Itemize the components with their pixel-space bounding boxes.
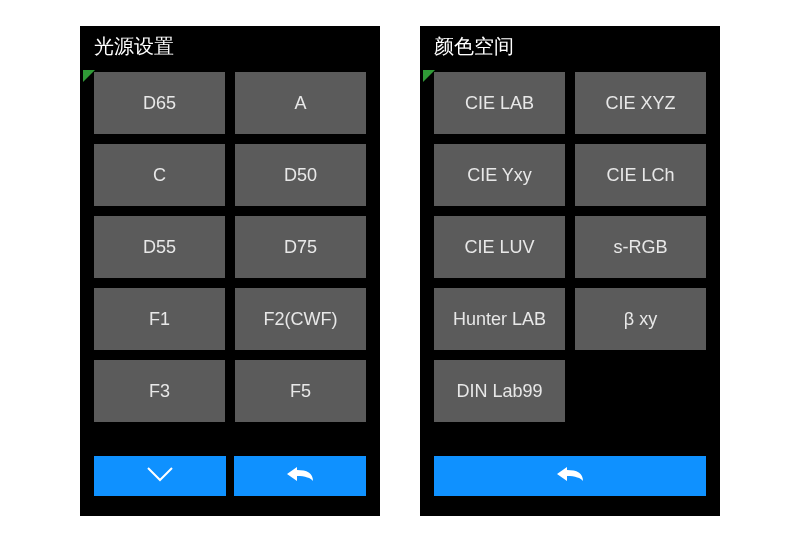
option-f3[interactable]: F3 xyxy=(94,360,225,422)
back-button[interactable] xyxy=(234,456,366,496)
more-button[interactable] xyxy=(94,456,226,496)
chevron-down-icon xyxy=(145,465,175,487)
light-source-panel: 光源设置 D65 A C D50 D55 D75 F1 F2(CWF) F3 F… xyxy=(80,26,380,516)
option-hunterlab[interactable]: Hunter LAB xyxy=(434,288,565,350)
option-d50[interactable]: D50 xyxy=(235,144,366,206)
option-f5[interactable]: F5 xyxy=(235,360,366,422)
option-c[interactable]: C xyxy=(94,144,225,206)
options-grid: CIE LAB CIE XYZ CIE Yxy CIE LCh CIE LUV … xyxy=(420,66,720,446)
options-grid: D65 A C D50 D55 D75 F1 F2(CWF) F3 F5 xyxy=(80,66,380,446)
option-f1[interactable]: F1 xyxy=(94,288,225,350)
panel-title: 光源设置 xyxy=(80,26,380,66)
option-cielab[interactable]: CIE LAB xyxy=(434,72,565,134)
option-a[interactable]: A xyxy=(235,72,366,134)
active-corner-mark xyxy=(423,70,435,82)
back-icon xyxy=(553,464,587,488)
option-cielch[interactable]: CIE LCh xyxy=(575,144,706,206)
active-corner-mark xyxy=(83,70,95,82)
option-d65[interactable]: D65 xyxy=(94,72,225,134)
option-betaxy[interactable]: β xy xyxy=(575,288,706,350)
back-icon xyxy=(283,464,317,488)
back-button[interactable] xyxy=(434,456,706,496)
option-f2cwf[interactable]: F2(CWF) xyxy=(235,288,366,350)
option-cieyxy[interactable]: CIE Yxy xyxy=(434,144,565,206)
option-srgb[interactable]: s-RGB xyxy=(575,216,706,278)
panel-title: 颜色空间 xyxy=(420,26,720,66)
option-cieluv[interactable]: CIE LUV xyxy=(434,216,565,278)
option-d55[interactable]: D55 xyxy=(94,216,225,278)
option-dinlab99[interactable]: DIN Lab99 xyxy=(434,360,565,422)
color-space-panel: 颜色空间 CIE LAB CIE XYZ CIE Yxy CIE LCh CIE… xyxy=(420,26,720,516)
option-ciexyz[interactable]: CIE XYZ xyxy=(575,72,706,134)
bottom-bar xyxy=(80,446,380,516)
bottom-bar xyxy=(420,446,720,516)
option-d75[interactable]: D75 xyxy=(235,216,366,278)
